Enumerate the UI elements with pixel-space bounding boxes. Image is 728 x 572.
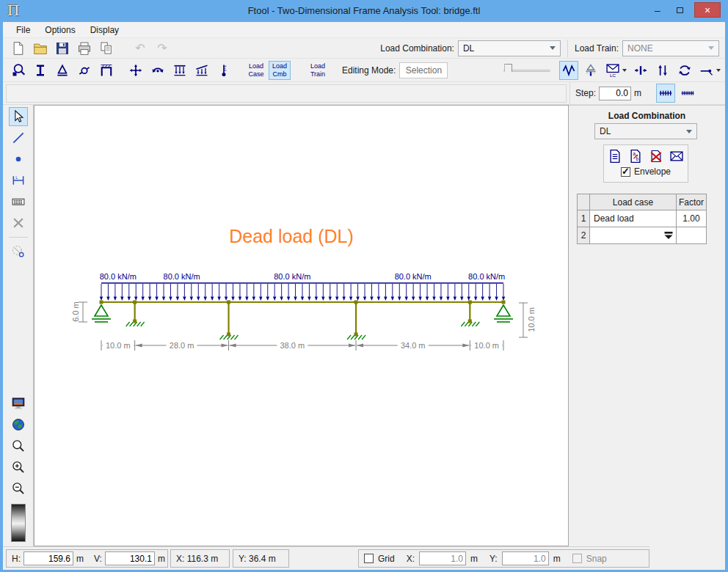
menu-options[interactable]: Options <box>37 23 82 37</box>
load-case-cell[interactable]: Dead load <box>590 210 677 227</box>
beam-members[interactable] <box>101 302 503 334</box>
dimension-tool[interactable] <box>9 171 28 190</box>
file-icon-group <box>9 39 116 58</box>
h-label: H: <box>12 554 21 564</box>
delete-combination-icon[interactable] <box>647 147 666 165</box>
copy-icon[interactable] <box>97 39 116 58</box>
reactions-display-icon[interactable] <box>581 61 600 80</box>
node-inspect-icon[interactable] <box>9 61 28 80</box>
chevron-down-icon <box>550 46 556 50</box>
span-dimension-label: 10.0 m <box>106 341 131 350</box>
color-scale-bar[interactable] <box>11 504 26 542</box>
grid-y-input[interactable] <box>502 551 549 565</box>
step-input[interactable] <box>599 87 631 100</box>
insert-member-tool[interactable] <box>9 128 28 147</box>
zoom-in-tool[interactable] <box>9 458 28 477</box>
table-header-row: Load case Factor <box>578 194 707 210</box>
dropdown-arrow-icon[interactable] <box>663 231 674 240</box>
combination-select[interactable]: DL <box>594 123 697 139</box>
support-conditions-icon[interactable] <box>53 61 72 80</box>
envelope-checkbox[interactable] <box>621 167 630 177</box>
factor-header: Factor <box>677 194 707 210</box>
model-canvas[interactable]: Dead load (DL)80.0 kN/m80.0 kN/m80.0 kN/… <box>34 105 569 546</box>
stretch-horizontal-icon[interactable] <box>631 61 650 80</box>
nodal-force-icon[interactable] <box>126 61 145 80</box>
snap-checkbox[interactable] <box>572 554 582 563</box>
envelope-mail-icon[interactable] <box>667 147 686 165</box>
insert-node-tool[interactable] <box>9 150 28 169</box>
zoom-out-tool[interactable] <box>9 479 28 498</box>
open-file-icon[interactable] <box>31 39 50 58</box>
step-label: Step: <box>575 88 596 98</box>
load-case-cell[interactable] <box>590 227 677 244</box>
rename-combination-icon[interactable] <box>626 147 645 165</box>
cursor-y-readout: Y: 36.4 m <box>233 549 289 568</box>
h-input[interactable] <box>23 551 73 565</box>
delete-tool[interactable] <box>9 213 28 232</box>
tool-sidebar <box>3 105 34 546</box>
step-dimension-icon[interactable] <box>656 84 675 103</box>
temperature-load-icon[interactable] <box>214 61 233 80</box>
load-case-header: Load case <box>590 194 677 210</box>
hinge-icon[interactable] <box>75 61 94 80</box>
new-file-icon[interactable] <box>9 39 28 58</box>
selection-tool[interactable] <box>9 107 28 126</box>
combination-value: DL <box>600 126 611 136</box>
load-combination-select[interactable]: DL <box>458 40 561 56</box>
stretch-vertical-icon[interactable] <box>653 61 672 80</box>
display-options-tool[interactable] <box>9 394 28 413</box>
moment-load-icon[interactable] <box>148 61 167 80</box>
envelope-lc-icon[interactable] <box>603 61 628 80</box>
nodes[interactable] <box>100 301 506 337</box>
member-orientation-icon[interactable] <box>697 61 722 80</box>
diagram-display-icon[interactable] <box>559 61 578 80</box>
result-scale-slider[interactable] <box>503 63 550 78</box>
save-file-icon[interactable] <box>53 39 72 58</box>
keyboard-entry-tool[interactable] <box>9 192 28 211</box>
right-height-dimension: 10.0 m <box>519 303 536 337</box>
load-combination-value: DL <box>463 43 474 54</box>
uniform-load-icon[interactable] <box>170 61 189 80</box>
editing-mode-value: Selection <box>399 62 448 78</box>
close-button[interactable]: × <box>694 2 721 18</box>
menu-display[interactable]: Display <box>83 23 126 37</box>
row-number-header <box>578 194 590 210</box>
section-properties-icon[interactable] <box>31 61 50 80</box>
load-train-button[interactable]: Load Train <box>307 61 329 80</box>
grid-checkbox[interactable] <box>364 554 374 563</box>
load-train-select[interactable]: NONE <box>622 40 719 56</box>
table-row: 2 <box>578 227 707 244</box>
step-dimension-fine-icon[interactable] <box>678 84 697 103</box>
load-combination-button[interactable]: Load Cmb <box>269 61 291 80</box>
rotate-icon[interactable] <box>675 61 694 80</box>
menu-file[interactable]: File <box>9 23 37 37</box>
step-toolbar: Step: m <box>3 82 725 105</box>
ftool-window: Π Ftool - Two-Dimensional Frame Analysis… <box>0 0 728 572</box>
linear-load-icon[interactable] <box>192 61 211 80</box>
grid-label: Grid <box>378 554 395 564</box>
zoom-window-tool[interactable] <box>9 436 28 455</box>
maximize-button[interactable] <box>669 2 690 18</box>
minimize-button[interactable]: – <box>647 2 668 18</box>
factor-cell[interactable] <box>677 227 707 244</box>
slider-thumb[interactable] <box>504 64 512 76</box>
frame-properties-icon[interactable] <box>97 61 116 80</box>
step-icon-group <box>656 84 697 103</box>
snap-transform-tool[interactable] <box>9 242 28 261</box>
span-dimension-label: 34.0 m <box>401 341 426 350</box>
span-dimension-label: 38.0 m <box>280 341 305 350</box>
load-case-button[interactable]: Load Case <box>245 61 267 80</box>
fit-world-tool[interactable] <box>9 415 28 434</box>
file-toolbar: ↶↷ Load Combination: DL Load Train: NONE <box>3 38 725 59</box>
redo-icon[interactable]: ↷ <box>153 39 172 58</box>
grid-x-input[interactable] <box>419 551 466 565</box>
print-icon[interactable] <box>75 39 94 58</box>
new-combination-icon[interactable] <box>605 147 625 165</box>
view-tool-group <box>9 394 28 498</box>
undo-icon[interactable]: ↶ <box>131 39 150 58</box>
maximize-icon <box>677 7 683 13</box>
title-bar[interactable]: Π Ftool - Two-Dimensional Frame Analysis… <box>0 0 728 22</box>
v-input[interactable] <box>105 551 155 565</box>
factor-cell[interactable]: 1.00 <box>677 210 707 227</box>
structure-diagram: Dead load (DL)80.0 kN/m80.0 kN/m80.0 kN/… <box>34 106 568 546</box>
